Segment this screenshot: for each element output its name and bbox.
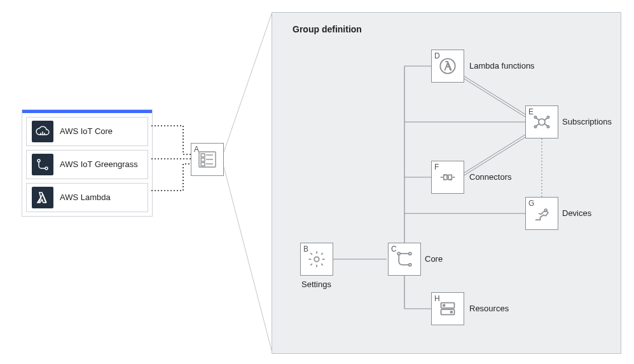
svg-point-29	[534, 126, 536, 128]
aws-iot-greengrass-icon	[32, 154, 53, 175]
svg-point-34	[443, 304, 445, 306]
svg-point-26	[539, 119, 545, 125]
service-label: AWS Lambda	[60, 192, 111, 203]
label-lambda: Lambda functions	[469, 61, 535, 71]
service-row-iot-core: AWS IoT Core	[26, 117, 148, 146]
card-accent-bar	[22, 110, 152, 113]
diagram-stage: AWS IoT Core AWS IoT Greengrass AWS Lamb…	[0, 0, 634, 364]
dotted-leaders	[151, 107, 196, 215]
aws-services-card: AWS IoT Core AWS IoT Greengrass AWS Lamb…	[22, 109, 153, 217]
svg-rect-7	[201, 163, 205, 166]
node-c-core: C	[388, 243, 421, 276]
resources-icon	[437, 298, 458, 320]
svg-line-19	[464, 137, 525, 175]
svg-point-27	[534, 116, 536, 118]
svg-line-18	[464, 135, 525, 173]
gear-icon	[306, 248, 327, 270]
label-settings: Settings	[301, 280, 331, 289]
svg-point-1	[45, 167, 48, 170]
expansion-triangle	[224, 12, 273, 353]
service-label: AWS IoT Greengrass	[60, 159, 138, 170]
svg-point-23	[409, 252, 411, 255]
connectors-icon	[437, 166, 458, 188]
svg-point-24	[409, 264, 411, 266]
node-h-resources: H	[431, 292, 464, 325]
node-a: A	[191, 143, 224, 176]
svg-point-0	[38, 159, 40, 162]
label-devices: Devices	[562, 208, 591, 218]
svg-point-35	[450, 311, 452, 313]
svg-point-25	[440, 58, 455, 73]
node-g-devices: G	[525, 197, 558, 230]
label-core: Core	[425, 254, 443, 264]
node-b-settings: B	[300, 243, 333, 276]
service-label: AWS IoT Core	[60, 126, 113, 137]
node-d-lambda: D	[431, 50, 464, 83]
service-row-lambda: AWS Lambda	[26, 183, 148, 212]
svg-rect-3	[201, 154, 205, 157]
svg-point-31	[544, 209, 547, 212]
devices-icon	[531, 203, 553, 224]
svg-point-22	[397, 252, 400, 255]
aws-iot-core-icon	[32, 121, 53, 142]
node-e-subscriptions: E	[525, 105, 558, 138]
svg-point-21	[314, 257, 319, 262]
group-icon	[196, 149, 218, 170]
greengrass-core-icon	[394, 248, 415, 270]
service-row-greengrass: AWS IoT Greengrass	[26, 150, 148, 179]
lambda-icon	[437, 55, 458, 77]
aws-lambda-icon	[32, 187, 53, 208]
svg-rect-5	[201, 158, 205, 161]
label-resources: Resources	[469, 304, 509, 313]
svg-point-30	[547, 126, 549, 128]
label-connectors: Connectors	[469, 172, 511, 182]
subscriptions-icon	[531, 111, 553, 133]
svg-line-16	[464, 76, 525, 114]
node-f-connectors: F	[431, 161, 464, 194]
svg-line-17	[464, 79, 525, 117]
group-definition-panel: Group definition	[272, 12, 621, 354]
label-subscriptions: Subscriptions	[562, 117, 612, 126]
svg-point-28	[547, 116, 549, 118]
